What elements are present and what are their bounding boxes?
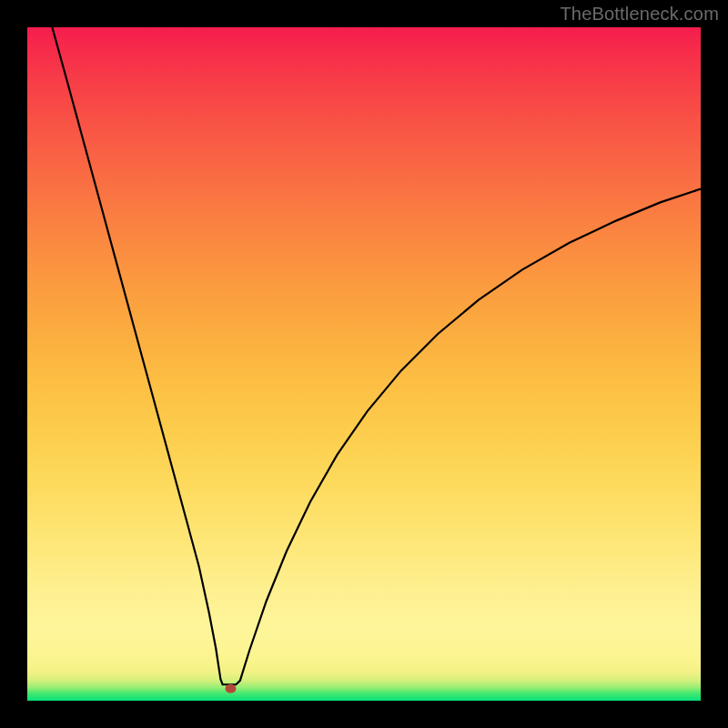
marker-dot [225,684,236,693]
bottleneck-curve [27,27,701,701]
chart-frame: TheBottleneck.com [0,0,728,728]
curve-path [52,27,701,684]
plot-area [27,27,701,701]
watermark-text: TheBottleneck.com [560,4,719,25]
